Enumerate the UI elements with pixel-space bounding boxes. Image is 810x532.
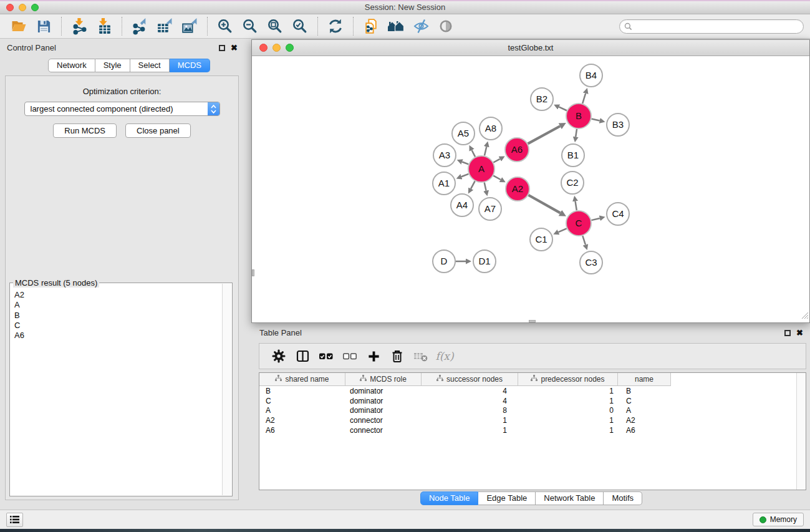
table-tab-motifs[interactable]: Motifs xyxy=(604,491,642,505)
table-cell[interactable]: dominator xyxy=(345,397,422,405)
graph-node-B4[interactable]: B4 xyxy=(580,64,602,87)
graph-node-A4[interactable]: A4 xyxy=(451,194,473,216)
graph-node-C[interactable]: C xyxy=(566,211,591,236)
column-header-predecessor-nodes[interactable]: predecessor nodes xyxy=(518,373,618,386)
resize-grip-icon[interactable] xyxy=(801,311,809,322)
home-view-icon[interactable] xyxy=(383,16,408,37)
float-table-panel-icon[interactable] xyxy=(784,330,791,336)
graph-edge-A-A1[interactable] xyxy=(461,174,468,177)
table-cell[interactable]: connector xyxy=(345,426,422,435)
canvas-bottom-grip[interactable] xyxy=(529,320,536,322)
graph-node-C2[interactable]: C2 xyxy=(561,172,584,194)
table-tab-network-table[interactable]: Network Table xyxy=(536,491,604,505)
graph-edge-A-A8[interactable] xyxy=(485,147,486,155)
export-image-icon[interactable] xyxy=(177,16,202,37)
graph-node-A7[interactable]: A7 xyxy=(479,198,501,220)
graph-edge-A-A7[interactable] xyxy=(485,182,486,190)
graph-edge-A6-B[interactable] xyxy=(528,126,561,143)
table-cell[interactable]: A xyxy=(259,406,345,415)
mcds-result-item[interactable]: A6 xyxy=(11,331,222,341)
mcds-result-item[interactable]: B xyxy=(11,311,222,321)
close-network-button[interactable] xyxy=(259,44,268,52)
column-header-successor-nodes[interactable]: successor nodes xyxy=(422,373,518,386)
graph-edge-A-A3[interactable] xyxy=(462,162,468,164)
refresh-layout-icon[interactable] xyxy=(323,16,348,37)
graph-edge-A-A2[interactable] xyxy=(493,176,501,180)
table-cell[interactable]: A6 xyxy=(618,426,671,435)
graph-node-C4[interactable]: C4 xyxy=(607,203,629,225)
zoom-network-button[interactable] xyxy=(286,44,294,52)
search-box[interactable] xyxy=(619,19,804,34)
graph-edge-A-A4[interactable] xyxy=(471,181,475,188)
zoom-fit-icon[interactable] xyxy=(263,16,287,37)
table-cell[interactable]: A6 xyxy=(259,426,345,435)
minimize-network-button[interactable] xyxy=(272,44,281,52)
add-column-icon[interactable] xyxy=(362,346,385,367)
graph-node-A[interactable]: A xyxy=(468,156,494,182)
graph-node-A6[interactable]: A6 xyxy=(505,138,529,162)
memory-button[interactable]: Memory xyxy=(753,513,804,526)
close-table-panel-icon[interactable]: ✖ xyxy=(796,329,803,337)
table-cell[interactable]: B xyxy=(259,387,345,395)
table-cell[interactable]: connector xyxy=(345,416,422,425)
mcds-result-item[interactable]: A xyxy=(11,300,222,310)
zoom-window-button[interactable] xyxy=(31,4,39,11)
table-cell[interactable]: dominator xyxy=(345,387,422,395)
table-cell[interactable]: 1 xyxy=(518,426,618,435)
graph-edge-B-B4[interactable] xyxy=(582,94,586,104)
import-table-icon[interactable] xyxy=(92,16,117,37)
table-tab-edge-table[interactable]: Edge Table xyxy=(478,491,536,505)
deselect-all-icon[interactable] xyxy=(338,346,362,367)
graph-edge-B-B1[interactable] xyxy=(576,129,577,137)
import-network-icon[interactable] xyxy=(67,16,92,37)
table-cell[interactable]: A2 xyxy=(259,416,345,425)
column-header-name[interactable]: name xyxy=(618,373,671,386)
table-cell[interactable]: 8 xyxy=(422,406,518,415)
network-graph[interactable]: B4B2BB3A5A8A6A3B1AA1C2A2A4A7C4CC1C3DD1 xyxy=(252,57,809,322)
table-cell[interactable]: A2 xyxy=(618,416,671,425)
graph-edge-B-B2[interactable] xyxy=(559,107,567,110)
table-tab-node-table[interactable]: Node Table xyxy=(420,491,479,505)
mcds-result-item[interactable]: A2 xyxy=(11,290,222,300)
table-cell[interactable]: 1 xyxy=(518,397,618,405)
table-cell[interactable]: 0 xyxy=(518,406,618,415)
save-session-icon[interactable] xyxy=(31,16,56,37)
columns-icon[interactable] xyxy=(291,346,314,367)
graph-node-B1[interactable]: B1 xyxy=(562,144,584,167)
network-canvas[interactable]: B4B2BB3A5A8A6A3B1AA1C2A2A4A7C4CC1C3DD1 xyxy=(252,57,809,322)
table-row[interactable]: A2connector11A2 xyxy=(259,415,806,425)
canvas-left-grip[interactable] xyxy=(252,269,254,276)
table-row[interactable]: Bdominator41B xyxy=(259,386,806,396)
graph-edge-C-C4[interactable] xyxy=(591,218,599,220)
graph-node-A2[interactable]: A2 xyxy=(506,177,529,201)
column-header-mcds-role[interactable]: MCDS role xyxy=(345,373,422,386)
delete-table-icon[interactable] xyxy=(409,346,433,367)
graph-node-A8[interactable]: A8 xyxy=(480,117,502,140)
graph-node-B2[interactable]: B2 xyxy=(531,88,553,110)
graph-node-D[interactable]: D xyxy=(433,250,455,273)
open-session-icon[interactable] xyxy=(6,16,31,37)
close-panel-button[interactable]: Close panel xyxy=(125,123,191,138)
run-mcds-button[interactable]: Run MCDS xyxy=(53,123,117,138)
graph-node-A5[interactable]: A5 xyxy=(452,122,475,145)
result-scrollbar[interactable] xyxy=(222,284,231,495)
column-header-shared-name[interactable]: shared name xyxy=(259,373,345,386)
tab-select[interactable]: Select xyxy=(130,59,170,72)
clone-network-icon[interactable] xyxy=(359,16,383,37)
graph-edge-C-C2[interactable] xyxy=(576,201,577,211)
table-cell[interactable]: 4 xyxy=(422,387,518,395)
zoom-in-icon[interactable] xyxy=(213,16,238,37)
table-row[interactable]: Adominator80A xyxy=(259,405,806,415)
graph-edge-C-C3[interactable] xyxy=(582,236,586,244)
table-cell[interactable]: C xyxy=(259,397,345,405)
task-history-button[interactable] xyxy=(6,513,23,527)
zoom-selected-icon[interactable] xyxy=(287,16,312,37)
criterion-select[interactable]: largest connected component (directed) xyxy=(24,102,220,116)
close-panel-icon[interactable]: ✖ xyxy=(231,44,238,52)
table-cell[interactable]: C xyxy=(618,397,671,405)
minimize-window-button[interactable] xyxy=(19,4,26,11)
table-row[interactable]: A6connector11A6 xyxy=(259,425,806,435)
graph-edge-B-B3[interactable] xyxy=(591,119,599,121)
export-table-icon[interactable] xyxy=(152,16,177,37)
graph-edge-A-A6[interactable] xyxy=(493,159,499,163)
